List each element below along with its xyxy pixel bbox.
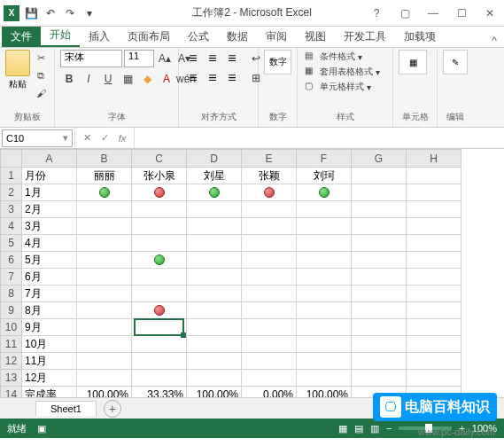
cell-A10[interactable]: 9月 <box>22 319 77 336</box>
cell-C2[interactable] <box>132 184 187 201</box>
cell-C10[interactable] <box>132 319 187 336</box>
cell-C7[interactable] <box>132 269 187 286</box>
cell-A9[interactable]: 8月 <box>22 302 77 319</box>
italic-button[interactable]: I <box>80 70 97 88</box>
cell-E7[interactable] <box>242 269 297 286</box>
row-header-13[interactable]: 13 <box>1 370 22 387</box>
row-header-2[interactable]: 2 <box>1 184 22 201</box>
cell-D6[interactable] <box>187 252 242 269</box>
row-header-4[interactable]: 4 <box>1 218 22 235</box>
cell-B6[interactable] <box>77 252 132 269</box>
view-normal-button[interactable]: ▦ <box>338 423 347 434</box>
column-header-E[interactable]: E <box>242 150 297 168</box>
qat-customize-button[interactable]: ▾ <box>81 5 97 21</box>
tab-data[interactable]: 数据 <box>218 27 257 47</box>
cell-D5[interactable] <box>187 235 242 252</box>
cell-G6[interactable] <box>352 252 407 269</box>
align-left-button[interactable]: ≡ <box>184 69 202 87</box>
cell-E13[interactable] <box>242 370 297 387</box>
macro-record-icon[interactable]: ▣ <box>37 423 46 434</box>
tab-review[interactable]: 审阅 <box>257 27 296 47</box>
cell-C14[interactable]: 33.33% <box>132 387 187 398</box>
font-color-button[interactable]: A <box>158 70 175 88</box>
cell-A7[interactable]: 6月 <box>22 269 77 286</box>
cell-D8[interactable] <box>187 286 242 302</box>
cell-D10[interactable] <box>187 319 242 336</box>
cell-F10[interactable] <box>297 319 352 336</box>
sheet-tab-1[interactable]: Sheet1 <box>35 401 97 416</box>
cell-A13[interactable]: 12月 <box>22 370 77 387</box>
ribbon-options-button[interactable]: ▢ <box>394 4 415 22</box>
cell-C11[interactable] <box>132 336 187 353</box>
increase-font-button[interactable]: A▴ <box>156 50 174 67</box>
cell-styles-button[interactable]: ▢ 单元格样式▾ <box>303 80 382 94</box>
cell-F14[interactable]: 100.00% <box>297 387 352 398</box>
close-button[interactable]: ✕ <box>479 4 500 22</box>
select-all-corner[interactable] <box>1 150 22 168</box>
cell-F12[interactable] <box>297 353 352 370</box>
cell-F5[interactable] <box>297 235 352 252</box>
cell-F4[interactable] <box>297 218 352 235</box>
cell-G7[interactable] <box>352 269 407 286</box>
tab-layout[interactable]: 页面布局 <box>119 27 179 47</box>
undo-button[interactable]: ↶ <box>43 5 58 21</box>
editing-button[interactable]: ✎ <box>443 50 468 74</box>
cell-E6[interactable] <box>242 252 297 269</box>
cell-H7[interactable] <box>407 269 461 286</box>
cell-G3[interactable] <box>352 201 407 218</box>
cell-A4[interactable]: 3月 <box>22 218 77 235</box>
cell-A5[interactable]: 4月 <box>22 235 77 252</box>
tab-file[interactable]: 文件 <box>2 27 41 47</box>
cell-C9[interactable] <box>132 302 187 319</box>
worksheet-grid[interactable]: ABCDEFGH1月份丽丽张小泉刘星张颖刘珂21月32月43月54月65月76月… <box>0 149 504 397</box>
cell-H10[interactable] <box>407 319 461 336</box>
name-box[interactable]: C10▾ <box>2 129 73 147</box>
row-header-8[interactable]: 8 <box>1 286 22 302</box>
cell-A14[interactable]: 完成率 <box>22 387 77 398</box>
cell-F2[interactable] <box>297 184 352 201</box>
fx-button[interactable]: fx <box>114 130 130 146</box>
cell-D3[interactable] <box>187 201 242 218</box>
row-header-7[interactable]: 7 <box>1 269 22 286</box>
cell-B7[interactable] <box>77 269 132 286</box>
cell-A8[interactable]: 7月 <box>22 286 77 302</box>
cell-F6[interactable] <box>297 252 352 269</box>
tab-formulas[interactable]: 公式 <box>179 27 218 47</box>
cell-G13[interactable] <box>352 370 407 387</box>
cell-H6[interactable] <box>407 252 461 269</box>
copy-button[interactable]: ⧉ <box>33 67 49 83</box>
format-table-button[interactable]: ▦ 套用表格格式▾ <box>303 65 382 79</box>
cell-G1[interactable] <box>352 168 407 184</box>
paste-button[interactable]: 粘贴 <box>5 50 30 90</box>
cell-B11[interactable] <box>77 336 132 353</box>
cell-A12[interactable]: 11月 <box>22 353 77 370</box>
cell-F3[interactable] <box>297 201 352 218</box>
cell-A6[interactable]: 5月 <box>22 252 77 269</box>
tab-view[interactable]: 视图 <box>296 27 335 47</box>
cell-G12[interactable] <box>352 353 407 370</box>
cell-B13[interactable] <box>77 370 132 387</box>
cell-E11[interactable] <box>242 336 297 353</box>
cell-G8[interactable] <box>352 286 407 302</box>
row-header-12[interactable]: 12 <box>1 353 22 370</box>
cell-E4[interactable] <box>242 218 297 235</box>
cell-C4[interactable] <box>132 218 187 235</box>
cell-B9[interactable] <box>77 302 132 319</box>
align-right-button[interactable]: ≡ <box>223 69 241 87</box>
cell-D7[interactable] <box>187 269 242 286</box>
cell-H3[interactable] <box>407 201 461 218</box>
cell-D12[interactable] <box>187 353 242 370</box>
cell-E9[interactable] <box>242 302 297 319</box>
row-header-5[interactable]: 5 <box>1 235 22 252</box>
view-layout-button[interactable]: ▤ <box>354 423 363 434</box>
align-center-button[interactable]: ≡ <box>204 69 221 87</box>
column-header-C[interactable]: C <box>132 150 187 168</box>
cell-F7[interactable] <box>297 269 352 286</box>
cell-F1[interactable]: 刘珂 <box>297 168 352 184</box>
zoom-out-button[interactable]: − <box>386 423 392 434</box>
underline-button[interactable]: U <box>99 70 117 88</box>
tab-insert[interactable]: 插入 <box>80 27 119 47</box>
tab-developer[interactable]: 开发工具 <box>335 27 395 47</box>
cell-F8[interactable] <box>297 286 352 302</box>
cell-E3[interactable] <box>242 201 297 218</box>
